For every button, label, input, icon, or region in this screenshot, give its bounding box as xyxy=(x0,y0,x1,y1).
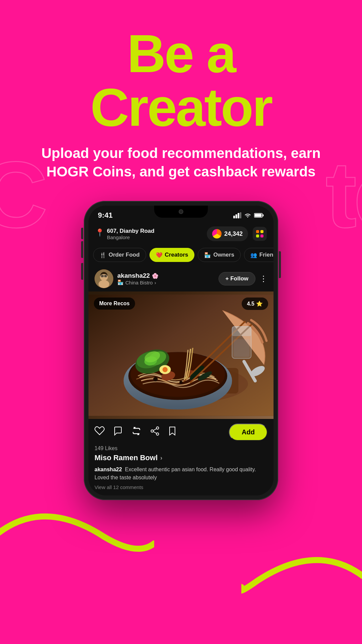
more-options-button[interactable]: ⋮ xyxy=(259,274,267,283)
avatar-image xyxy=(95,269,113,288)
dish-name[interactable]: Miso Ramen Bowl › xyxy=(95,453,267,462)
battery-icon xyxy=(254,213,264,218)
power-button[interactable] xyxy=(279,251,281,278)
hero-title-line2: Creator xyxy=(0,80,362,134)
rating-star-icon: ⭐ xyxy=(256,301,263,307)
status-time: 9:41 xyxy=(98,211,113,220)
dish-name-arrow: › xyxy=(160,454,162,462)
view-all-comments[interactable]: View all 12 comments xyxy=(95,484,267,490)
tab-friends[interactable]: 👥 Friends xyxy=(244,248,274,262)
repost-button[interactable] xyxy=(131,426,141,438)
share-icon xyxy=(150,426,160,436)
wifi-icon xyxy=(244,213,251,218)
food-photo xyxy=(88,291,274,419)
creator-avatar[interactable] xyxy=(95,269,113,288)
comment-author: akansha22 xyxy=(95,467,122,472)
action-bar: Add xyxy=(88,419,274,445)
phone-outer: 9:41 xyxy=(84,201,278,500)
svg-point-11 xyxy=(105,275,107,277)
svg-point-26 xyxy=(153,377,158,381)
creator-left: akansha22 🌸 🏪 China Bistro › xyxy=(95,269,159,288)
order-food-icon: 🍴 xyxy=(100,252,106,258)
coins-amount: 24,342 xyxy=(224,230,243,237)
location-block[interactable]: 📍 607, Dianby Road Bangalore xyxy=(95,228,155,240)
svg-rect-5 xyxy=(263,214,264,216)
svg-rect-42 xyxy=(234,339,250,357)
svg-point-44 xyxy=(151,430,154,432)
tab-friends-label: Friends xyxy=(259,252,274,258)
curve-right xyxy=(241,527,362,610)
grid-dots-icon xyxy=(256,230,263,237)
like-button[interactable] xyxy=(95,426,105,438)
phone-wrapper: 9:41 xyxy=(0,201,362,500)
more-recos-badge[interactable]: More Recos xyxy=(94,298,135,310)
hero-title-line1: Be a xyxy=(0,27,362,80)
creator-name: akansha22 🌸 xyxy=(117,272,159,279)
tab-creators[interactable]: ❤️ Creators xyxy=(149,248,195,262)
app-content: 📍 607, Dianby Road Bangalore 24,342 xyxy=(88,222,274,495)
tab-owners-label: Owners xyxy=(213,252,234,258)
rating-badge: 4.5 ⭐ xyxy=(242,298,268,310)
top-bar: 📍 607, Dianby Road Bangalore 24,342 xyxy=(88,222,274,245)
svg-rect-0 xyxy=(233,216,235,218)
rating-value: 4.5 xyxy=(247,301,254,307)
hero-title: Be a Creator xyxy=(0,27,362,134)
coins-badge[interactable]: 24,342 xyxy=(207,226,248,241)
grid-menu-button[interactable] xyxy=(253,227,267,241)
likes-count: 149 Likes xyxy=(95,445,267,451)
restaurant-arrow: › xyxy=(155,280,156,285)
front-camera xyxy=(179,209,183,214)
svg-rect-41 xyxy=(232,327,251,336)
svg-point-43 xyxy=(157,427,159,429)
location-text: 607, Dianby Road Bangalore xyxy=(107,228,155,240)
svg-line-47 xyxy=(153,432,157,434)
status-icons xyxy=(233,212,264,218)
svg-rect-2 xyxy=(238,213,239,218)
hero-subtitle: Upload your food recommendations, earn H… xyxy=(0,144,362,181)
comment-icon xyxy=(113,426,123,436)
creator-row: akansha22 🌸 🏪 China Bistro › + Follow xyxy=(88,266,274,291)
tab-order-food[interactable]: 🍴 Order Food xyxy=(93,248,146,262)
coins-icon xyxy=(212,229,222,238)
svg-line-46 xyxy=(153,429,157,431)
comment-button[interactable] xyxy=(113,426,123,438)
svg-point-10 xyxy=(102,275,103,277)
share-button[interactable] xyxy=(150,426,160,438)
comment-preview: akansha22 Excellent authentic pan asian … xyxy=(95,466,267,482)
tab-owners[interactable]: 🏪 Owners xyxy=(198,248,240,262)
creator-restaurant[interactable]: 🏪 China Bistro › xyxy=(117,279,159,285)
food-image-container: More Recos 4.5 ⭐ xyxy=(88,291,274,419)
svg-point-37 xyxy=(163,367,168,372)
add-to-list-button[interactable]: Add xyxy=(229,424,267,441)
svg-point-45 xyxy=(157,433,159,435)
creator-right: + Follow ⋮ xyxy=(219,272,267,285)
location-city: Bangalore xyxy=(107,234,155,240)
creator-badge-icon: 🌸 xyxy=(152,273,159,279)
phone-notch xyxy=(154,206,208,218)
top-right: 24,342 xyxy=(207,226,267,241)
repost-icon xyxy=(131,426,141,436)
bookmark-icon xyxy=(168,426,176,436)
owners-icon: 🏪 xyxy=(204,252,211,258)
svg-rect-3 xyxy=(240,212,242,218)
creator-info: akansha22 🌸 🏪 China Bistro › xyxy=(117,272,159,285)
action-icons xyxy=(95,426,176,438)
location-pin-icon: 📍 xyxy=(95,228,104,237)
volume-up-button[interactable] xyxy=(81,241,83,258)
hero-section: Be a Creator Upload your food recommenda… xyxy=(0,0,362,194)
svg-rect-6 xyxy=(255,214,262,217)
silent-switch xyxy=(81,228,83,239)
svg-point-28 xyxy=(179,381,183,384)
post-info: 149 Likes Miso Ramen Bowl › akansha22 Ex… xyxy=(88,445,274,495)
phone-screen: 9:41 xyxy=(88,206,274,495)
follow-button[interactable]: + Follow xyxy=(219,272,255,285)
tab-creators-label: Creators xyxy=(165,252,188,258)
nav-tabs: 🍴 Order Food ❤️ Creators 🏪 Owners 👥 Frie… xyxy=(88,245,274,266)
bookmark-button[interactable] xyxy=(168,426,176,438)
location-address: 607, Dianby Road xyxy=(107,228,155,234)
signal-icon xyxy=(233,212,241,218)
svg-rect-1 xyxy=(236,214,237,218)
heart-icon xyxy=(95,426,105,436)
volume-down-button[interactable] xyxy=(81,263,83,280)
svg-point-9 xyxy=(99,280,109,288)
